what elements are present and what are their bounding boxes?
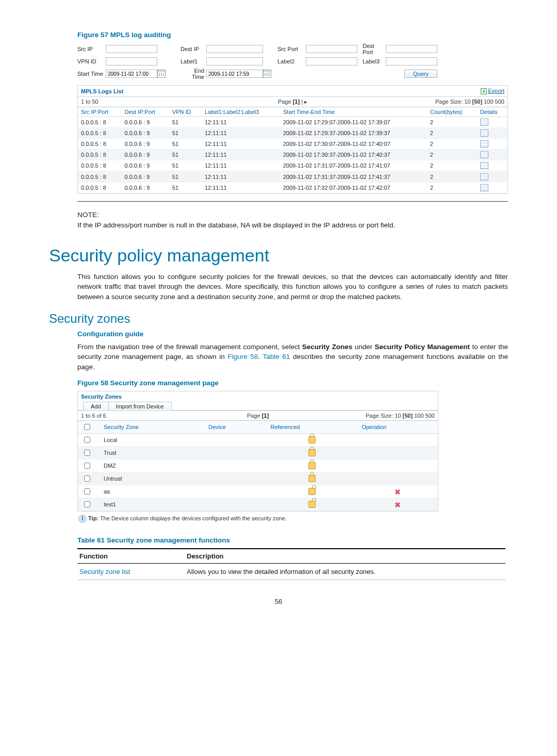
src-port-input[interactable]: [306, 45, 357, 53]
zone-name-cell[interactable]: Trust: [100, 447, 204, 459]
label3-input[interactable]: [386, 57, 437, 65]
add-button[interactable]: Add: [83, 402, 109, 410]
mpls-col-header[interactable]: Dest IP:Port: [121, 107, 169, 117]
table-cell: 2009-11-02 17:32:07-2009-11-02 17:42:07: [280, 182, 427, 193]
table-cell: 0.0.0.5 : 8: [78, 139, 121, 150]
table-cell: 51: [169, 182, 202, 193]
mpls-col-header[interactable]: VPN ID: [169, 107, 202, 117]
table-cell: 0.0.0.5 : 8: [78, 117, 121, 128]
src-ip-input[interactable]: [106, 45, 157, 53]
page-size-option[interactable]: 500: [424, 413, 435, 419]
page-size-option[interactable]: 100: [413, 413, 423, 419]
calendar-icon[interactable]: [263, 70, 271, 78]
table-row: 0.0.0.5 : 80.0.0.6 : 95112:11:112009-11-…: [78, 150, 507, 160]
figure-58-link[interactable]: Figure 58: [227, 353, 258, 360]
page-size-option[interactable]: 100: [482, 98, 493, 105]
security-zones-toolbar: Add Import from Device: [78, 402, 438, 411]
label2-label: Label2: [277, 58, 306, 64]
vpn-id-input[interactable]: [106, 57, 157, 65]
details-icon[interactable]: [480, 151, 488, 158]
table-cell: 51: [169, 139, 202, 150]
table-cell: 2: [427, 139, 477, 150]
page-size-option[interactable]: [50]: [471, 98, 483, 105]
export-link[interactable]: XExport: [481, 88, 504, 94]
mpls-col-header[interactable]: Src IP:Port: [78, 107, 121, 117]
dest-port-label: Dest Port: [357, 43, 386, 55]
table-cell: 0.0.0.6 : 9: [121, 160, 169, 171]
label1-input[interactable]: [206, 57, 263, 65]
details-icon[interactable]: [480, 119, 488, 126]
function-cell[interactable]: Security zone list: [77, 564, 185, 580]
row-checkbox[interactable]: [84, 475, 90, 482]
page-size-option[interactable]: [50]: [401, 413, 413, 419]
sz-col-header[interactable]: Operation: [357, 421, 438, 434]
details-icon[interactable]: [480, 173, 488, 180]
table-cell: 0.0.0.6 : 9: [121, 150, 169, 160]
page-number: 56: [49, 598, 508, 605]
table-61: Function Description Security zone listA…: [77, 548, 508, 580]
dest-ip-input[interactable]: [206, 45, 263, 53]
vpn-id-label: VPN ID: [77, 58, 106, 64]
import-from-device-button[interactable]: Import from Device: [108, 402, 172, 410]
calendar-icon[interactable]: [157, 70, 166, 78]
sz-col-header[interactable]: Referenced: [267, 421, 358, 434]
table-cell: 2009-11-02 17:29:37-2009-11-02 17:39:37: [280, 128, 427, 139]
table-row: Security zone listAllows you to view the…: [77, 564, 505, 580]
start-time-input[interactable]: [106, 70, 157, 78]
mpls-col-header[interactable]: Start Time-End Time: [280, 107, 427, 117]
mpls-col-header[interactable]: Details: [477, 107, 507, 117]
query-button[interactable]: Query: [404, 70, 437, 78]
mpls-logs-title: MPLS Logs List: [81, 88, 124, 94]
end-time-label: End Time: [181, 68, 206, 80]
page-size-option[interactable]: 10: [464, 98, 470, 105]
sz-col-header[interactable]: Security Zone: [100, 421, 204, 434]
note-rule: [77, 201, 508, 202]
end-time-input[interactable]: [206, 70, 263, 78]
table-row: 0.0.0.5 : 80.0.0.6 : 95112:11:112009-11-…: [78, 182, 507, 193]
details-icon[interactable]: [480, 140, 488, 147]
page-size-option[interactable]: 10: [395, 413, 401, 419]
table-cell: 51: [169, 160, 202, 171]
details-icon[interactable]: [480, 129, 488, 137]
page-size-option[interactable]: 500: [494, 98, 504, 105]
table-61-link[interactable]: Table 61: [263, 353, 290, 360]
pager-range: 1 to 6 of 6: [81, 413, 199, 419]
table-cell: 12:11:11: [202, 160, 280, 171]
table-cell: 2: [427, 160, 477, 171]
sz-col-header[interactable]: Device: [204, 421, 266, 434]
delete-icon[interactable]: ✖: [395, 502, 401, 508]
config-guide-paragraph: From the navigation tree of the firewall…: [77, 342, 508, 372]
dest-port-input[interactable]: [386, 45, 437, 53]
pager-page[interactable]: [1]: [262, 413, 269, 419]
label2-input[interactable]: [306, 57, 357, 65]
lock-icon: [308, 462, 316, 469]
table-cell: 51: [169, 117, 202, 128]
details-icon[interactable]: [480, 162, 488, 169]
dest-ip-label: Dest IP: [181, 46, 206, 52]
table-61-caption: Table 61 Security zone management functi…: [77, 536, 508, 544]
row-checkbox[interactable]: [84, 463, 90, 469]
row-checkbox[interactable]: [84, 450, 90, 456]
row-checkbox[interactable]: [84, 437, 90, 443]
note-text: If the IP address/port number is null in…: [77, 221, 508, 230]
select-all-checkbox[interactable]: [84, 424, 90, 430]
src-ip-label: Src IP: [77, 46, 106, 52]
pager-page[interactable]: [1]: [293, 98, 300, 105]
device-cell: [204, 447, 266, 459]
zone-name-cell[interactable]: Local: [100, 434, 204, 447]
zone-name-cell[interactable]: DMZ: [100, 459, 204, 472]
row-checkbox[interactable]: [84, 488, 90, 495]
zone-name-cell[interactable]: Untrust: [100, 472, 204, 485]
pager-next-icon[interactable]: | ▸: [301, 98, 307, 105]
zone-name-cell[interactable]: test1: [100, 498, 204, 511]
mpls-col-header[interactable]: Count(bytes): [427, 107, 477, 117]
row-checkbox[interactable]: [84, 501, 90, 507]
table-cell: 2009-11-02 17:31:07-2009-11-02 17:41:07: [280, 160, 427, 171]
page-size-label: Page Size:: [366, 413, 393, 419]
table-61-head-description: Description: [185, 549, 505, 564]
zone-name-cell[interactable]: aa: [100, 485, 204, 498]
table-cell: 0.0.0.5 : 8: [78, 171, 121, 182]
delete-icon[interactable]: ✖: [395, 489, 401, 495]
mpls-col-header[interactable]: Label1:Label2:Label3: [202, 107, 280, 117]
details-icon[interactable]: [480, 184, 488, 191]
